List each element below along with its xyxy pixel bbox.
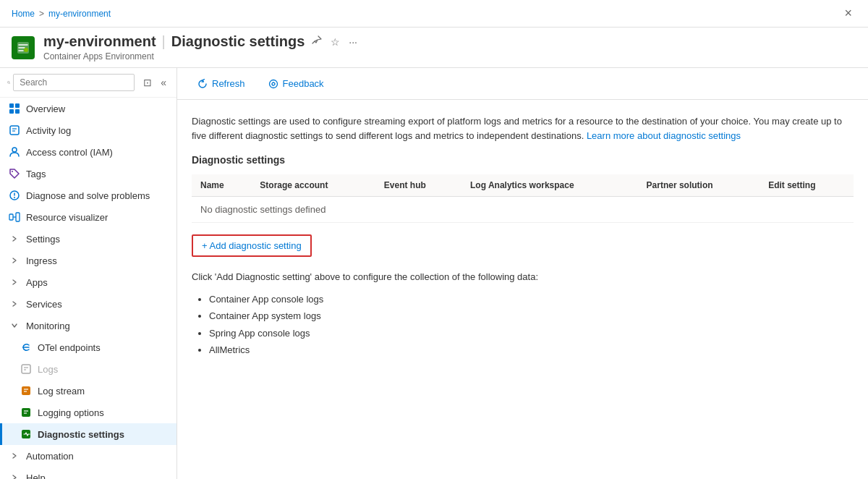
svg-point-31 [272, 82, 275, 85]
resource-name: my-environment [43, 33, 156, 50]
sidebar-item-overview[interactable]: Overview [0, 98, 176, 119]
col-storage: Storage account [251, 174, 375, 197]
sidebar-item-log-stream-label: Log stream [38, 386, 85, 397]
top-bar: Home > my-environment × [0, 0, 868, 27]
sidebar-item-logs-label: Logs [38, 364, 58, 375]
resource-title: my-environment | Diagnostic settings ☆ ·… [43, 33, 856, 50]
table-body: No diagnostic settings defined [192, 197, 854, 223]
svg-rect-16 [9, 214, 13, 220]
svg-rect-20 [22, 365, 30, 373]
close-button[interactable]: × [840, 4, 856, 22]
title-icons: ☆ ··· [310, 34, 359, 49]
svg-point-15 [14, 197, 15, 198]
col-name: Name [192, 174, 251, 197]
breadcrumb-separator: > [39, 9, 44, 19]
search-input[interactable] [13, 74, 135, 91]
svg-rect-23 [22, 386, 30, 395]
list-item-2: Container App system logs [209, 308, 854, 324]
sidebar-item-tags[interactable]: Tags [0, 163, 176, 185]
sidebar-item-apps-label: Apps [26, 277, 48, 288]
no-settings-message: No diagnostic settings defined [192, 197, 854, 223]
sidebar-item-help[interactable]: Help [0, 467, 176, 479]
otel-icon [20, 342, 32, 353]
breadcrumb: Home > my-environment [12, 9, 111, 19]
table-header-row: Name Storage account Event hub Log Analy… [192, 174, 854, 197]
svg-line-3 [9, 83, 10, 84]
svg-rect-5 [15, 103, 20, 108]
sidebar-action-buttons: ⊡ « [140, 75, 169, 90]
help-expand-icon [9, 472, 20, 479]
page-title: Diagnostic settings [171, 33, 305, 50]
settings-expand-icon [9, 233, 20, 245]
sidebar-item-logging-options-label: Logging options [38, 407, 104, 418]
description-text: Diagnostic settings are used to configur… [192, 114, 843, 143]
no-settings-row: No diagnostic settings defined [192, 197, 854, 223]
list-item-4: AllMetrics [209, 342, 854, 358]
pin-button[interactable] [310, 34, 323, 49]
more-button[interactable]: ··· [347, 35, 359, 49]
services-expand-icon [9, 298, 20, 310]
favorite-button[interactable]: ☆ [329, 35, 341, 49]
sidebar-item-resource-visualizer-label: Resource visualizer [26, 212, 108, 223]
sidebar-item-log-stream[interactable]: Log stream [0, 380, 176, 402]
expand-button[interactable]: ⊡ [140, 75, 155, 90]
sidebar-item-settings-label: Settings [26, 234, 60, 245]
sidebar-item-services-label: Services [26, 299, 62, 310]
feedback-button[interactable]: Feedback [263, 75, 330, 92]
svg-rect-8 [10, 126, 19, 135]
svg-point-11 [12, 148, 17, 152]
svg-rect-7 [15, 109, 20, 114]
add-diagnostic-setting-button[interactable]: + Add diagnostic setting [192, 234, 312, 257]
sidebar-item-automation[interactable]: Automation [0, 445, 176, 467]
sidebar-item-overview-label: Overview [26, 103, 65, 114]
sidebar-item-activity-log[interactable]: Activity log [0, 119, 176, 141]
resource-header: my-environment | Diagnostic settings ☆ ·… [0, 27, 868, 68]
sidebar-item-iam[interactable]: Access control (IAM) [0, 141, 176, 163]
feedback-label: Feedback [283, 78, 324, 89]
sidebar-item-apps[interactable]: Apps [0, 271, 176, 293]
logstream-icon [20, 385, 32, 397]
svg-rect-6 [9, 109, 14, 114]
table-header: Name Storage account Event hub Log Analy… [192, 174, 854, 197]
breadcrumb-current[interactable]: my-environment [48, 9, 111, 19]
activity-log-icon [9, 124, 20, 136]
sidebar-item-activity-log-label: Activity log [26, 125, 71, 136]
sidebar-item-ingress-label: Ingress [26, 255, 57, 266]
sidebar-item-diagnose[interactable]: Diagnose and solve problems [0, 185, 176, 206]
refresh-button[interactable]: Refresh [192, 75, 251, 92]
data-list: Container App console logs Container App… [192, 291, 854, 359]
sidebar-nav: Overview Activity log Access control (IA… [0, 98, 176, 479]
learn-more-link[interactable]: Learn more about diagnostic settings [587, 130, 741, 141]
diagnose-icon [9, 190, 20, 201]
sidebar-item-resource-visualizer[interactable]: Resource visualizer [0, 206, 176, 228]
title-separator: | [162, 33, 166, 50]
sidebar-item-ingress[interactable]: Ingress [0, 250, 176, 271]
sidebar-item-diagnostic-settings[interactable]: Diagnostic settings [0, 423, 176, 445]
sidebar: ⊡ « Overview Activity log [0, 68, 177, 479]
description-main: Diagnostic settings are used to configur… [192, 116, 842, 141]
diagnostic-settings-table: Name Storage account Event hub Log Analy… [192, 174, 854, 223]
collapse-button[interactable]: « [158, 75, 169, 90]
sidebar-item-logging-options[interactable]: Logging options [0, 402, 176, 423]
sidebar-item-services[interactable]: Services [0, 293, 176, 315]
tags-icon [9, 168, 20, 179]
sidebar-item-otel-endpoints[interactable]: OTel endpoints [0, 336, 176, 358]
sidebar-item-tags-label: Tags [26, 169, 46, 179]
click-instruction: Click 'Add Diagnostic setting' above to … [192, 271, 854, 282]
sidebar-item-iam-label: Access control (IAM) [26, 147, 113, 158]
breadcrumb-home[interactable]: Home [12, 9, 35, 19]
toolbar: Refresh Feedback [177, 68, 868, 100]
overview-icon [9, 103, 20, 114]
sidebar-item-help-label: Help [26, 472, 46, 480]
apps-expand-icon [9, 276, 20, 288]
iam-icon [9, 146, 20, 158]
add-setting-label: + Add diagnostic setting [202, 240, 302, 251]
sidebar-item-monitoring[interactable]: Monitoring [0, 315, 176, 336]
logging-options-icon [20, 407, 32, 418]
sidebar-item-monitoring-label: Monitoring [26, 321, 70, 331]
resource-title-block: my-environment | Diagnostic settings ☆ ·… [43, 33, 856, 62]
col-eventhub: Event hub [375, 174, 461, 197]
click-instruction-text: Click 'Add Diagnostic setting' above to … [192, 271, 538, 282]
sidebar-item-settings[interactable]: Settings [0, 228, 176, 250]
monitoring-expand-icon [9, 320, 20, 331]
